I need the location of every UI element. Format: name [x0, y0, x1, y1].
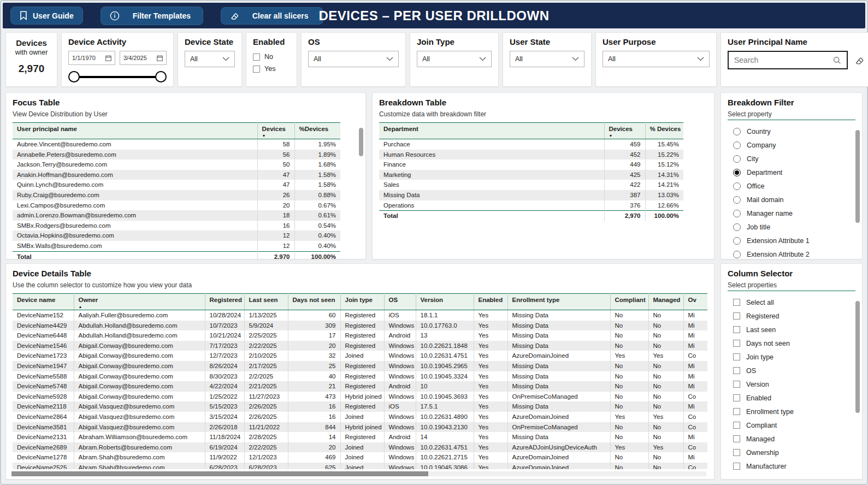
radio-option-extension-attribute-2[interactable]: Extension Attribute 2	[733, 247, 855, 261]
table-row[interactable]: Human Resources45215.22%	[379, 150, 683, 160]
column-header-join-type[interactable]: Join type	[340, 294, 384, 310]
filter-templates-button[interactable]: Filter Templates	[101, 7, 203, 25]
table-row[interactable]: DeviceName5928Abigail.Conway@bsuredemo.c…	[13, 392, 707, 402]
clear-all-slicers-button[interactable]: Clear all slicers	[221, 7, 323, 25]
user-guide-button[interactable]: User Guide	[10, 7, 83, 25]
checkbox-option-version[interactable]: Version	[733, 377, 855, 391]
scrollbar-thumb[interactable]	[11, 471, 428, 476]
table-row[interactable]: Aubree.Vincent@bsuredemo.com581.95%	[13, 139, 340, 150]
column-header-os[interactable]: OS	[384, 294, 416, 310]
radio-option-manager-name[interactable]: Manager name	[733, 206, 855, 220]
column-header-enrollment-type[interactable]: Enrollment type	[507, 294, 610, 310]
column-header-user-principal-name[interactable]: User principal name	[13, 123, 257, 139]
table-row[interactable]: Sales42214.21%	[379, 180, 683, 190]
table-row[interactable]: DeviceName5748Abigail.Conway@bsuredemo.c…	[13, 381, 707, 392]
table-row[interactable]: DeviceName5588Abigail.Conway@bsuredemo.c…	[13, 371, 707, 382]
slider-handle-max[interactable]	[155, 71, 167, 82]
start-date-input[interactable]: 1/1/1970	[68, 51, 115, 65]
radio-option-company[interactable]: Company	[733, 138, 855, 152]
table-row[interactable]: DeviceName6448Abdullah.Holland@bsuredemo…	[13, 330, 707, 341]
table-row[interactable]: DeviceName2131Abraham.Williamson@bsurede…	[13, 432, 707, 442]
table-row[interactable]: Operations37612.66%	[379, 200, 683, 211]
breakdown-filter-scrollbar[interactable]	[855, 130, 860, 252]
checkbox-option-compliant[interactable]: Compliant	[733, 418, 855, 432]
column-header-devices[interactable]: Devices▼	[257, 123, 294, 139]
table-row[interactable]: Annabelle.Peters@bsuredemo.com561.89%	[13, 150, 340, 160]
slider-handle-min[interactable]	[68, 71, 80, 82]
join-type-dropdown[interactable]: All	[417, 51, 492, 67]
column-header-devices[interactable]: %Devices	[294, 123, 340, 139]
table-row[interactable]: SMBx.Rodgers@bsuredemo.com160.54%	[13, 221, 340, 231]
radio-option-job-title[interactable]: Job title	[733, 220, 855, 234]
radio-option-office[interactable]: Office	[733, 179, 855, 193]
column-header-ov[interactable]: Ov	[683, 294, 707, 310]
column-header-devices[interactable]: Devices▼	[604, 123, 645, 139]
table-row[interactable]: DeviceName4429Abdullah.Holland@bsuredemo…	[13, 321, 707, 331]
os-dropdown[interactable]: All	[308, 51, 399, 67]
upn-search-box[interactable]	[728, 51, 848, 69]
table-row[interactable]: Missing Data38713.03%	[379, 190, 683, 200]
column-header-device-name[interactable]: Device name	[13, 294, 74, 310]
radio-option-mail-domain[interactable]: Mail domain	[733, 193, 855, 206]
scrollbar-thumb[interactable]	[855, 130, 860, 223]
column-header-days-not-seen[interactable]: Days not seen	[288, 294, 340, 310]
user-purpose-dropdown[interactable]: All	[603, 51, 710, 67]
user-state-dropdown[interactable]: All	[510, 51, 584, 67]
eraser-icon[interactable]	[854, 56, 865, 65]
scrollbar-thumb[interactable]	[855, 301, 860, 413]
column-header-owner[interactable]: Owner▲	[74, 294, 205, 310]
table-row[interactable]: DeviceName1947Abigail.Conway@bsuredemo.c…	[13, 361, 707, 371]
table-row[interactable]: DeviceName2118Abigail.Vasquez@bsuredemo.…	[13, 401, 707, 412]
checkbox-option-manufacturer[interactable]: Manufacturer	[733, 459, 855, 473]
table-row[interactable]: Anakin.Hoffman@bsuredemo.com471.58%	[13, 170, 340, 180]
table-row[interactable]: Finance44915.12%	[379, 159, 683, 170]
table-row[interactable]: DeviceName2689Abram.Roberts@bsuredemo.co…	[13, 442, 707, 453]
checkbox-option-enabled[interactable]: Enabled	[733, 391, 855, 405]
table-row[interactable]: Ruby.Craig@bsuredemo.com260.88%	[13, 190, 340, 200]
column-selector-scrollbar[interactable]	[855, 301, 860, 472]
column-header-devices[interactable]: % Devices	[645, 123, 683, 139]
column-header-compliant[interactable]: Compliant	[610, 294, 648, 310]
table-row[interactable]: DeviceName152Aaliyah.Fuller@bsuredemo.co…	[13, 310, 707, 321]
column-header-version[interactable]: Version	[416, 294, 474, 310]
table-row[interactable]: Purchace45915.45%	[379, 139, 683, 150]
checkbox-option-days-not-seen[interactable]: Days not seen	[733, 336, 855, 350]
table-row[interactable]: SMBx.Walls@bsuredemo.com120.40%	[13, 241, 340, 251]
table-row[interactable]: Lexi.Campos@bsuredemo.com200.67%	[13, 200, 340, 211]
checkbox-option-managed[interactable]: Managed	[733, 432, 855, 446]
column-header-managed[interactable]: Managed	[648, 294, 683, 310]
radio-option-department[interactable]: Department	[733, 165, 855, 179]
column-header-department[interactable]: Department	[379, 123, 604, 139]
table-row[interactable]: DeviceName1546Abigail.Conway@bsuredemo.c…	[13, 341, 707, 351]
table-row[interactable]: DeviceName3581Abigail.Vasquez@bsuredemo.…	[13, 422, 707, 433]
checkbox-option-enrollment-type[interactable]: Enrollment type	[733, 405, 855, 418]
scrollbar-thumb[interactable]	[359, 128, 363, 156]
table-row[interactable]: Marketing42514.31%	[379, 170, 683, 180]
search-input[interactable]	[734, 56, 833, 64]
table-row[interactable]: Octavia.Hopkins@bsuredemo.com120.40%	[13, 230, 340, 241]
device-state-dropdown[interactable]: All	[185, 51, 235, 67]
end-date-input[interactable]: 3/4/2025	[120, 51, 167, 65]
radio-option-extension-attribute-1[interactable]: Extension Attribute 1	[733, 234, 855, 247]
table-row[interactable]: DeviceName1723Abigail.Conway@bsuredemo.c…	[13, 351, 707, 361]
checkbox-option-os[interactable]: OS	[733, 364, 855, 377]
enabled-option-yes[interactable]: Yes	[253, 63, 290, 75]
column-header-enabled[interactable]: Enabled	[474, 294, 507, 310]
checkbox-option-last-seen[interactable]: Last seen	[733, 323, 855, 336]
checkbox-option-join-type[interactable]: Join type	[733, 350, 855, 364]
checkbox-option-select-all[interactable]: Select all	[733, 295, 855, 309]
checkbox-option-ownership[interactable]: Ownership	[733, 446, 855, 459]
column-header-last-seen[interactable]: Last seen	[244, 294, 288, 310]
focus-table-scrollbar[interactable]	[359, 128, 363, 252]
table-row[interactable]: admin.Lorenzo.Bowman@bsuredemo.com180.61…	[13, 210, 340, 221]
table-row[interactable]: Jackson.Terry@bsuredemo.com501.68%	[13, 159, 340, 170]
table-row[interactable]: DeviceName1278Abram.Shah@bsuredemo.com11…	[13, 452, 707, 463]
column-header-registered[interactable]: Registered	[205, 294, 244, 310]
enabled-option-no[interactable]: No	[253, 51, 290, 63]
radio-option-city[interactable]: City	[733, 152, 855, 165]
checkbox-option-registered[interactable]: Registered	[733, 309, 855, 323]
radio-option-country[interactable]: Country	[733, 125, 855, 138]
table-row[interactable]: Quinn.Lynch@bsuredemo.com471.58%	[13, 180, 340, 190]
device-details-hscrollbar[interactable]	[11, 471, 706, 476]
table-row[interactable]: DeviceName2864Abigail.Vasquez@bsuredemo.…	[13, 412, 707, 422]
